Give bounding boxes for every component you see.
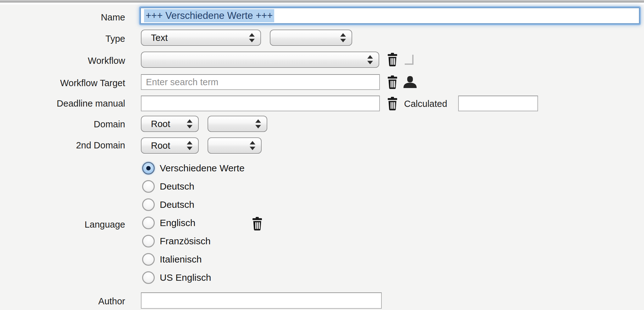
stepper-arrows-icon	[249, 33, 255, 42]
language-option-franzoesisch[interactable]: Französisch	[142, 235, 211, 247]
stepper-arrows-icon	[367, 55, 373, 64]
radio-button[interactable]	[142, 162, 155, 174]
corner-icon	[405, 55, 414, 65]
trash-icon	[253, 217, 262, 231]
workflow-target-clear-button[interactable]	[388, 75, 397, 89]
radio-button[interactable]	[142, 198, 155, 211]
radio-label: Englisch	[160, 218, 195, 228]
language-option-italienisch[interactable]: Italienisch	[142, 253, 202, 266]
language-option-verschiedene-werte[interactable]: Verschiedene Werte	[142, 162, 245, 174]
radio-button[interactable]	[142, 217, 155, 229]
workflow-clear-button[interactable]	[388, 53, 397, 67]
language-option-deutsch-2[interactable]: Deutsch	[142, 198, 194, 211]
second-domain-select-value: Root	[151, 138, 170, 153]
radio-button[interactable]	[142, 253, 155, 266]
radio-label: US Englisch	[160, 272, 211, 283]
domain-label: Domain	[18, 119, 125, 130]
radio-label: Verschiedene Werte	[160, 163, 245, 174]
language-label: Language	[18, 219, 125, 230]
deadline-clear-button[interactable]	[388, 97, 397, 111]
radio-label: Französisch	[160, 236, 211, 246]
workflow-target-label: Workflow Target	[18, 78, 125, 88]
author-label: Author	[18, 296, 125, 307]
second-domain-select[interactable]: Root	[141, 137, 199, 154]
type-label: Type	[18, 33, 125, 44]
second-domain-label: 2nd Domain	[18, 140, 125, 151]
radio-label: Deutsch	[160, 181, 194, 192]
calculated-input[interactable]	[458, 96, 538, 111]
stepper-arrows-icon	[187, 141, 192, 150]
author-input[interactable]	[141, 292, 382, 309]
person-icon	[403, 76, 417, 88]
name-input-selected-text: +++ Verschiedene Werte +++	[144, 9, 274, 22]
window-top-highlight	[0, 3, 644, 5]
workflow-label: Workflow	[18, 55, 125, 66]
radio-button[interactable]	[142, 271, 155, 284]
language-option-englisch[interactable]: Englisch	[142, 217, 195, 229]
stepper-arrows-icon	[255, 119, 261, 129]
type-select[interactable]: Text	[141, 30, 261, 46]
second-domain-secondary-select[interactable]	[208, 137, 262, 154]
window-top-edge	[0, 0, 644, 3]
domain-select[interactable]: Root	[141, 116, 199, 132]
trash-icon	[388, 75, 397, 89]
calculated-label: Calculated	[404, 98, 467, 109]
workflow-target-input[interactable]	[141, 74, 380, 90]
type-secondary-select[interactable]	[270, 30, 352, 46]
stepper-arrows-icon	[250, 141, 255, 150]
domain-secondary-select[interactable]	[208, 116, 267, 132]
deadline-manual-label: Deadline manual	[18, 98, 125, 109]
language-option-deutsch-1[interactable]: Deutsch	[142, 180, 194, 193]
deadline-manual-input[interactable]	[141, 96, 380, 111]
radio-label: Deutsch	[160, 199, 194, 210]
language-option-us-englisch[interactable]: US Englisch	[142, 271, 211, 284]
domain-select-value: Root	[151, 116, 170, 131]
name-label: Name	[18, 12, 125, 23]
trash-icon	[388, 53, 397, 67]
workflow-target-person-button[interactable]	[403, 76, 417, 88]
radio-label: Italienisch	[160, 254, 202, 265]
form-panel: Name +++ Verschiedene Werte +++ Type Tex…	[0, 0, 644, 310]
stepper-arrows-icon	[187, 119, 192, 129]
stepper-arrows-icon	[340, 33, 346, 42]
name-input[interactable]: +++ Verschiedene Werte +++	[140, 8, 640, 24]
type-select-value: Text	[151, 30, 168, 45]
workflow-select[interactable]	[141, 52, 379, 68]
trash-icon	[388, 97, 397, 111]
language-clear-button[interactable]	[253, 217, 262, 231]
radio-button[interactable]	[142, 235, 155, 247]
radio-button[interactable]	[142, 180, 155, 193]
